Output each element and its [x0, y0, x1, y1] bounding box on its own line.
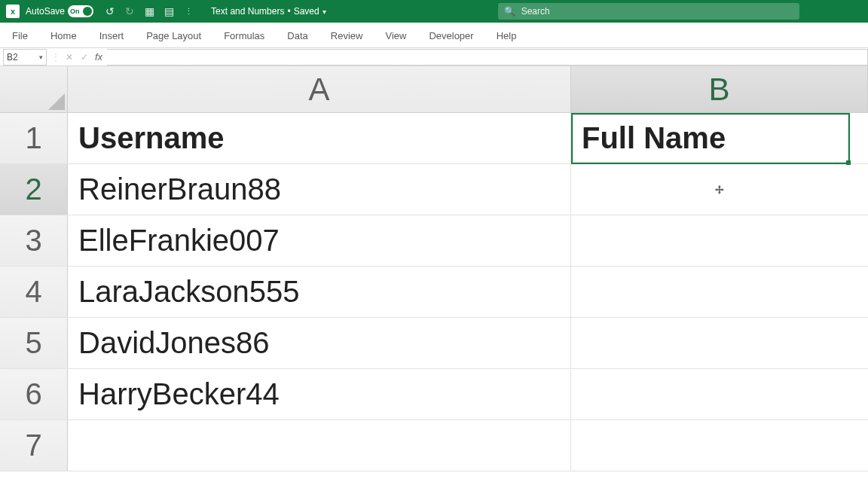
tab-page-layout[interactable]: Page Layout: [139, 26, 209, 47]
row-header-4[interactable]: 4: [0, 267, 68, 317]
column-header-A[interactable]: A: [68, 66, 571, 112]
quick-access-toolbar: ↺ ↻ ▦ ▤ ⋮: [104, 5, 194, 17]
cell-B5[interactable]: [571, 318, 868, 368]
row-header-3[interactable]: 3: [0, 215, 68, 266]
document-title-group[interactable]: Text and Numbers • Saved ▾: [211, 6, 326, 17]
table-row: 2 ReinerBraun88 ✢: [0, 164, 868, 215]
cell-B2[interactable]: ✢: [571, 164, 868, 215]
cell-A5[interactable]: DavidJones86: [68, 318, 571, 368]
formula-bar-buttons: ⋮ ✕ ✓ fx: [51, 51, 102, 63]
tab-formulas[interactable]: Formulas: [216, 26, 272, 47]
cell-A7[interactable]: [68, 420, 571, 471]
cell-cursor-icon: ✢: [715, 184, 724, 196]
table-row: 4 LaraJackson555: [0, 267, 868, 318]
redo-icon[interactable]: ↻: [124, 5, 136, 17]
column-headers: A B: [0, 66, 868, 113]
undo-icon[interactable]: ↺: [104, 5, 116, 17]
cancel-icon[interactable]: ✕: [63, 52, 75, 63]
name-box[interactable]: B2 ▾: [3, 49, 47, 66]
cell-B3[interactable]: [571, 215, 868, 266]
table-row: 5 DavidJones86: [0, 318, 868, 369]
titlebar: x AutoSave On ↺ ↻ ▦ ▤ ⋮ Text and Numbers…: [0, 0, 868, 23]
search-placeholder: Search: [521, 6, 550, 17]
formula-bar: B2 ▾ ⋮ ✕ ✓ fx: [0, 48, 868, 66]
cell-B4[interactable]: [571, 267, 868, 317]
cell-B6[interactable]: [571, 369, 868, 419]
ribbon-tabs: File Home Insert Page Layout Formulas Da…: [0, 23, 868, 48]
autosave-toggle[interactable]: On: [68, 5, 93, 17]
row-header-6[interactable]: 6: [0, 369, 68, 419]
tab-view[interactable]: View: [377, 26, 414, 47]
row-header-5[interactable]: 5: [0, 318, 68, 368]
row-header-1[interactable]: 1: [0, 113, 68, 163]
fx-label[interactable]: fx: [95, 51, 102, 63]
save-status: Saved: [294, 6, 319, 17]
qat-tool-icon[interactable]: ▦: [143, 5, 155, 17]
enter-icon[interactable]: ✓: [78, 52, 90, 63]
tab-insert[interactable]: Insert: [92, 26, 132, 47]
tab-help[interactable]: Help: [489, 26, 524, 47]
search-input[interactable]: 🔍 Search: [498, 3, 799, 20]
cell-A4[interactable]: LaraJackson555: [68, 267, 571, 317]
document-title: Text and Numbers: [211, 6, 284, 17]
autosave-label: AutoSave: [26, 6, 65, 17]
title-separator: •: [287, 6, 290, 17]
chevron-down-icon: ▾: [322, 8, 326, 16]
cell-B7[interactable]: [571, 420, 868, 471]
cell-A1[interactable]: Username: [68, 113, 571, 163]
table-row: 1 Username Full Name: [0, 113, 868, 164]
tab-review[interactable]: Review: [323, 26, 371, 47]
qat-overflow-icon[interactable]: ⋮: [182, 5, 194, 17]
tab-developer[interactable]: Developer: [421, 26, 481, 47]
table-row: 6 HarryBecker44: [0, 369, 868, 420]
chevron-down-icon: ▾: [39, 53, 43, 61]
excel-app-icon: x: [6, 5, 20, 18]
spreadsheet-grid: A B 1 Username Full Name 2 ReinerBraun88…: [0, 66, 868, 471]
name-box-value: B2: [7, 52, 18, 63]
qat-tool-icon-2[interactable]: ▤: [163, 5, 175, 17]
row-header-7[interactable]: 7: [0, 420, 68, 471]
table-row: 3 ElleFrankie007: [0, 215, 868, 267]
cell-B1[interactable]: Full Name: [571, 113, 868, 163]
autosave-toggle-state: On: [70, 8, 80, 15]
search-icon: 🔍: [504, 6, 515, 17]
formula-input[interactable]: [107, 49, 868, 66]
autosave-group: AutoSave On: [26, 5, 93, 17]
column-header-B[interactable]: B: [571, 66, 868, 112]
row-header-2[interactable]: 2: [0, 164, 68, 215]
tab-home[interactable]: Home: [43, 26, 84, 47]
tab-file[interactable]: File: [5, 26, 35, 47]
select-all-corner[interactable]: [0, 66, 68, 112]
table-row: 7: [0, 420, 868, 471]
cell-A3[interactable]: ElleFrankie007: [68, 215, 571, 266]
tab-data[interactable]: Data: [280, 26, 315, 47]
cell-A6[interactable]: HarryBecker44: [68, 369, 571, 419]
cell-A2[interactable]: ReinerBraun88: [68, 164, 571, 215]
